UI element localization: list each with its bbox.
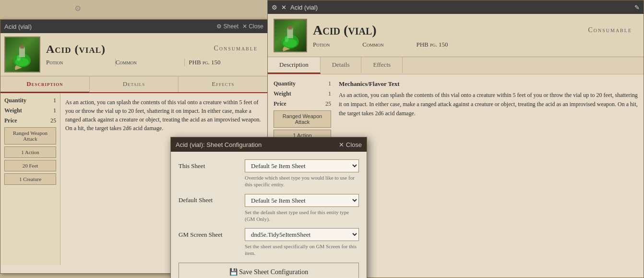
- dialog-body: This Sheet Default 5e Item Sheet dnd5e.T…: [171, 152, 367, 278]
- gm-screen-sheet-hint: Set the sheet used specifically on GM Sc…: [245, 243, 359, 257]
- dialog-close-button[interactable]: ✕ Close: [339, 141, 362, 148]
- gm-screen-sheet-select[interactable]: Default 5e Item Sheet dnd5e.Tidy5eItemSh…: [245, 228, 359, 241]
- gm-screen-sheet-row: GM Screen Sheet Default 5e Item Sheet dn…: [179, 228, 359, 241]
- default-sheet-hint: Set the default sheet type used for this…: [245, 209, 359, 223]
- this-sheet-hint: Override which sheet type you would like…: [245, 174, 359, 188]
- default-sheet-row: Default Sheet Default 5e Item Sheet dnd5…: [179, 194, 359, 207]
- dialog-close-label: Close: [346, 141, 362, 148]
- dialog-overlay: Acid (vial): Sheet Configuration ✕ Close…: [0, 0, 644, 278]
- dialog-titlebar: Acid (vial): Sheet Configuration ✕ Close: [171, 137, 367, 152]
- default-sheet-label: Default Sheet: [179, 196, 241, 204]
- sheet-config-dialog: Acid (vial): Sheet Configuration ✕ Close…: [170, 137, 367, 278]
- dialog-close-x-icon: ✕: [339, 141, 344, 148]
- gm-screen-sheet-label: GM Screen Sheet: [179, 231, 241, 239]
- save-sheet-config-button[interactable]: 💾 Save Sheet Configuration: [179, 263, 359, 278]
- dialog-title: Acid (vial): Sheet Configuration: [176, 141, 262, 148]
- this-sheet-select[interactable]: Default 5e Item Sheet dnd5e.Tidy5eItemSh…: [245, 159, 359, 172]
- this-sheet-label: This Sheet: [179, 162, 241, 170]
- this-sheet-row: This Sheet Default 5e Item Sheet dnd5e.T…: [179, 159, 359, 172]
- default-sheet-select[interactable]: Default 5e Item Sheet dnd5e.Tidy5eItemSh…: [245, 194, 359, 207]
